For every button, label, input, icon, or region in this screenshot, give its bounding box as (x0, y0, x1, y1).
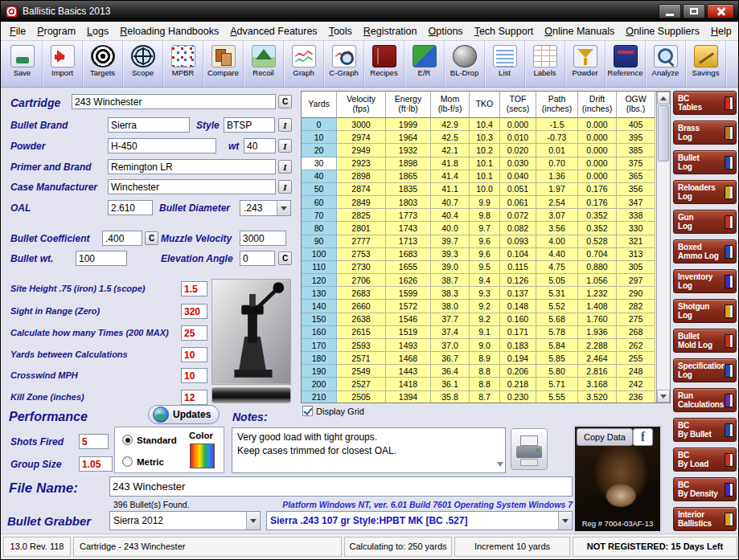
sidebar-button-boxed-ammo-log[interactable]: Boxed Ammo Log (673, 239, 737, 264)
table-cell[interactable]: 1999 (386, 118, 431, 131)
sight-in-range-input[interactable] (181, 304, 207, 319)
menu-item-reloading-handbooks[interactable]: Reloading Handbooks (114, 22, 224, 40)
table-cell[interactable]: 0.206 (500, 365, 536, 378)
table-cell[interactable]: 0.194 (500, 352, 536, 365)
column-header-velocity-fps[interactable]: Velocity (fps) (337, 92, 386, 118)
menu-item-tools[interactable]: Tools (323, 22, 358, 40)
menu-item-help[interactable]: Help (705, 22, 737, 40)
table-cell[interactable]: 40.7 (431, 196, 470, 209)
table-cell[interactable]: 0.040 (500, 170, 536, 183)
table-cell[interactable]: 10.4 (470, 118, 500, 131)
table-cell[interactable]: 1964 (386, 131, 431, 144)
toolbar-button-scope[interactable]: Scope (123, 41, 163, 87)
sidebar-button-inventory-log[interactable]: Inventory Log (673, 269, 737, 293)
powder-wt-input[interactable] (244, 138, 276, 153)
table-cell[interactable]: 0.70 (536, 157, 578, 170)
toolbar-button-labels[interactable]: Labels (525, 41, 565, 87)
table-cell[interactable]: 1626 (386, 274, 431, 287)
table-cell[interactable]: 8.7 (470, 391, 500, 403)
table-cell[interactable]: 9.2 (470, 300, 500, 313)
sidebar-button-bc-tables[interactable]: BC Tables (673, 91, 737, 115)
column-header-ogw-lbs[interactable]: OGW (lbs.) (617, 92, 655, 118)
table-cell[interactable]: 38.0 (431, 300, 470, 313)
toolbar-button-recoil[interactable]: Recoil (244, 41, 284, 87)
yards-cell[interactable]: 150 (302, 313, 337, 326)
column-header-tof-secs[interactable]: TOF (secs) (500, 92, 536, 118)
toolbar-button-e-r[interactable]: E/R (404, 41, 445, 87)
table-cell[interactable]: 305 (617, 261, 655, 274)
menu-item-tech-support[interactable]: Tech Support (469, 22, 540, 40)
table-cell[interactable]: 9.0 (470, 339, 500, 352)
table-cell[interactable]: 39.0 (431, 261, 470, 274)
table-cell[interactable]: 1.760 (578, 313, 617, 326)
yards-cell[interactable]: 60 (302, 196, 337, 209)
table-cell[interactable]: 3000 (337, 118, 386, 131)
table-cell[interactable]: 0.051 (500, 183, 536, 196)
menu-item-registration[interactable]: Registration (358, 22, 423, 40)
table-cell[interactable]: 2974 (337, 131, 386, 144)
table-cell[interactable]: 1773 (386, 209, 431, 222)
powder-input[interactable] (108, 138, 216, 153)
table-cell[interactable]: 0.115 (500, 261, 536, 274)
bullet-coefficient-input[interactable] (102, 231, 142, 246)
table-cell[interactable]: 2.464 (578, 352, 617, 365)
sidebar-button-gun-log[interactable]: Gun Log (673, 210, 737, 234)
menu-item-logs[interactable]: Logs (81, 22, 114, 40)
yards-cell[interactable]: 130 (302, 287, 337, 300)
table-cell[interactable]: 0.352 (578, 209, 617, 222)
standard-radio[interactable]: Standard (122, 435, 177, 445)
table-cell[interactable]: 297 (617, 274, 655, 287)
table-cell[interactable]: 10.3 (470, 131, 500, 144)
table-cell[interactable]: 2730 (337, 261, 386, 274)
group-size-input[interactable] (79, 456, 113, 472)
table-cell[interactable]: 5.31 (536, 287, 578, 300)
table-cell[interactable]: 356 (617, 183, 655, 196)
table-cell[interactable]: 2.288 (578, 339, 617, 352)
table-cell[interactable]: 3.56 (536, 222, 578, 235)
table-cell[interactable]: 42.1 (431, 144, 470, 157)
dropdown-arrow-icon[interactable] (246, 512, 260, 529)
table-cell[interactable]: 36.7 (431, 352, 470, 365)
table-cell[interactable]: 41.4 (431, 170, 470, 183)
table-cell[interactable]: 2825 (337, 209, 386, 222)
table-cell[interactable]: 1898 (386, 157, 431, 170)
yards-cell[interactable]: 110 (302, 261, 337, 274)
table-cell[interactable]: 37.7 (431, 313, 470, 326)
table-cell[interactable]: 0.061 (500, 196, 536, 209)
table-cell[interactable]: 0.000 (578, 144, 617, 157)
table-cell[interactable]: 0.528 (578, 235, 617, 248)
table-cell[interactable]: 37.4 (431, 326, 470, 339)
table-cell[interactable]: 10.1 (470, 157, 500, 170)
table-cell[interactable]: 1572 (386, 300, 431, 313)
dropdown-arrow-icon[interactable] (558, 512, 572, 529)
table-cell[interactable]: 2593 (337, 339, 386, 352)
notes-scroll-down-icon[interactable] (497, 462, 503, 470)
table-cell[interactable]: 1865 (386, 170, 431, 183)
shots-fired-input[interactable] (79, 434, 109, 449)
table-cell[interactable]: 0.093 (500, 235, 536, 248)
table-cell[interactable]: 5.84 (536, 339, 578, 352)
table-cell[interactable]: 395 (617, 131, 655, 144)
sidebar-button-shotgun-log[interactable]: Shotgun Log (673, 299, 737, 323)
table-cell[interactable]: 9.7 (470, 222, 500, 235)
column-header-yards[interactable]: Yards (302, 92, 337, 118)
file-name-input[interactable] (109, 476, 573, 497)
elevation-angle-input[interactable] (240, 251, 275, 266)
column-header-energy-ft-lb[interactable]: Energy (ft·lb) (386, 92, 431, 118)
catalog-dropdown[interactable]: Sierra 2012 (109, 511, 261, 530)
table-cell[interactable]: 41.1 (431, 183, 470, 196)
maximize-button[interactable] (683, 4, 705, 18)
table-cell[interactable]: 2753 (337, 248, 386, 261)
dropdown-arrow-icon[interactable] (277, 201, 290, 215)
powder-i-button[interactable]: I (278, 139, 292, 153)
display-grid-checkbox[interactable]: Display Grid (302, 406, 364, 416)
notes-textarea[interactable]: Very good load with tight groups. Keep c… (232, 427, 506, 473)
table-cell[interactable]: 5.85 (536, 352, 578, 365)
table-cell[interactable]: 4.00 (536, 235, 578, 248)
table-cell[interactable]: 1.056 (578, 274, 617, 287)
table-cell[interactable]: 0.176 (578, 183, 617, 196)
toolbar-button-targets[interactable]: Targets (83, 41, 123, 87)
table-cell[interactable]: 10.1 (470, 170, 500, 183)
table-cell[interactable]: 0.160 (500, 313, 536, 326)
table-cell[interactable]: 9.3 (470, 287, 500, 300)
